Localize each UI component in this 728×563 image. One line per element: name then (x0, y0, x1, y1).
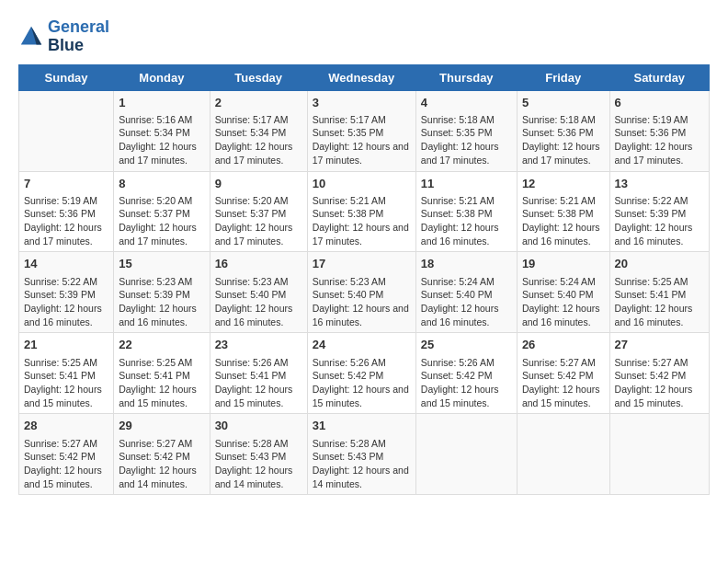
day-info: Sunrise: 5:17 AM Sunset: 5:34 PM Dayligh… (215, 113, 302, 167)
calendar-cell: 12Sunrise: 5:21 AM Sunset: 5:38 PM Dayli… (517, 171, 609, 252)
day-info: Sunrise: 5:25 AM Sunset: 5:41 PM Dayligh… (24, 356, 108, 410)
day-of-week-header: Monday (114, 64, 210, 90)
day-info: Sunrise: 5:28 AM Sunset: 5:43 PM Dayligh… (313, 437, 411, 491)
calendar-week-row: 28Sunrise: 5:27 AM Sunset: 5:42 PM Dayli… (19, 414, 710, 495)
calendar-cell (19, 90, 114, 171)
day-number: 1 (119, 95, 204, 111)
calendar-cell: 28Sunrise: 5:27 AM Sunset: 5:42 PM Dayli… (19, 414, 114, 495)
calendar-cell: 7Sunrise: 5:19 AM Sunset: 5:36 PM Daylig… (19, 171, 114, 252)
day-info: Sunrise: 5:21 AM Sunset: 5:38 PM Dayligh… (522, 194, 605, 248)
day-number: 13 (615, 176, 704, 192)
day-number: 7 (24, 176, 108, 192)
day-info: Sunrise: 5:21 AM Sunset: 5:38 PM Dayligh… (421, 194, 512, 248)
calendar-cell: 1Sunrise: 5:16 AM Sunset: 5:34 PM Daylig… (114, 90, 210, 171)
day-number: 30 (215, 418, 302, 434)
day-info: Sunrise: 5:20 AM Sunset: 5:37 PM Dayligh… (215, 194, 302, 248)
day-number: 14 (24, 256, 108, 272)
calendar-cell: 14Sunrise: 5:22 AM Sunset: 5:39 PM Dayli… (19, 252, 114, 333)
day-info: Sunrise: 5:19 AM Sunset: 5:36 PM Dayligh… (615, 113, 704, 167)
calendar-cell: 17Sunrise: 5:23 AM Sunset: 5:40 PM Dayli… (307, 252, 415, 333)
day-info: Sunrise: 5:19 AM Sunset: 5:36 PM Dayligh… (24, 194, 108, 248)
day-info: Sunrise: 5:18 AM Sunset: 5:36 PM Dayligh… (522, 113, 605, 167)
day-number: 9 (215, 176, 302, 192)
calendar-cell: 21Sunrise: 5:25 AM Sunset: 5:41 PM Dayli… (19, 333, 114, 414)
day-info: Sunrise: 5:20 AM Sunset: 5:37 PM Dayligh… (119, 194, 204, 248)
calendar-cell (415, 414, 517, 495)
day-of-week-header: Saturday (609, 64, 709, 90)
day-number: 31 (313, 418, 411, 434)
calendar-cell: 15Sunrise: 5:23 AM Sunset: 5:39 PM Dayli… (114, 252, 210, 333)
day-info: Sunrise: 5:23 AM Sunset: 5:39 PM Dayligh… (119, 275, 204, 329)
calendar-cell: 27Sunrise: 5:27 AM Sunset: 5:42 PM Dayli… (609, 333, 709, 414)
day-number: 19 (522, 256, 605, 272)
calendar-cell: 22Sunrise: 5:25 AM Sunset: 5:41 PM Dayli… (114, 333, 210, 414)
day-number: 11 (421, 176, 512, 192)
calendar-cell: 26Sunrise: 5:27 AM Sunset: 5:42 PM Dayli… (517, 333, 609, 414)
calendar-cell: 5Sunrise: 5:18 AM Sunset: 5:36 PM Daylig… (517, 90, 609, 171)
calendar-cell: 10Sunrise: 5:21 AM Sunset: 5:38 PM Dayli… (307, 171, 415, 252)
day-of-week-header: Wednesday (307, 64, 415, 90)
day-number: 8 (119, 176, 204, 192)
calendar-cell (517, 414, 609, 495)
day-number: 12 (522, 176, 605, 192)
calendar-cell: 16Sunrise: 5:23 AM Sunset: 5:40 PM Dayli… (210, 252, 307, 333)
day-number: 16 (215, 256, 302, 272)
day-info: Sunrise: 5:16 AM Sunset: 5:34 PM Dayligh… (119, 113, 204, 167)
day-number: 10 (313, 176, 411, 192)
day-info: Sunrise: 5:28 AM Sunset: 5:43 PM Dayligh… (215, 437, 302, 491)
logo-text: General Blue (48, 18, 109, 55)
day-number: 29 (119, 418, 204, 434)
day-number: 18 (421, 256, 512, 272)
day-info: Sunrise: 5:24 AM Sunset: 5:40 PM Dayligh… (522, 275, 605, 329)
calendar-table: SundayMondayTuesdayWednesdayThursdayFrid… (18, 64, 710, 496)
day-number: 4 (421, 95, 512, 111)
calendar-cell: 31Sunrise: 5:28 AM Sunset: 5:43 PM Dayli… (307, 414, 415, 495)
calendar-cell (609, 414, 709, 495)
day-info: Sunrise: 5:27 AM Sunset: 5:42 PM Dayligh… (119, 437, 204, 491)
day-number: 22 (119, 337, 204, 353)
day-info: Sunrise: 5:26 AM Sunset: 5:42 PM Dayligh… (421, 356, 512, 410)
calendar-cell: 25Sunrise: 5:26 AM Sunset: 5:42 PM Dayli… (415, 333, 517, 414)
calendar-cell: 4Sunrise: 5:18 AM Sunset: 5:35 PM Daylig… (415, 90, 517, 171)
calendar-cell: 19Sunrise: 5:24 AM Sunset: 5:40 PM Dayli… (517, 252, 609, 333)
day-number: 6 (615, 95, 704, 111)
day-info: Sunrise: 5:27 AM Sunset: 5:42 PM Dayligh… (615, 356, 704, 410)
calendar-cell: 9Sunrise: 5:20 AM Sunset: 5:37 PM Daylig… (210, 171, 307, 252)
day-info: Sunrise: 5:25 AM Sunset: 5:41 PM Dayligh… (119, 356, 204, 410)
day-info: Sunrise: 5:22 AM Sunset: 5:39 PM Dayligh… (615, 194, 704, 248)
day-number: 2 (215, 95, 302, 111)
calendar-cell: 6Sunrise: 5:19 AM Sunset: 5:36 PM Daylig… (609, 90, 709, 171)
day-info: Sunrise: 5:24 AM Sunset: 5:40 PM Dayligh… (421, 275, 512, 329)
day-info: Sunrise: 5:27 AM Sunset: 5:42 PM Dayligh… (522, 356, 605, 410)
day-number: 5 (522, 95, 605, 111)
day-info: Sunrise: 5:22 AM Sunset: 5:39 PM Dayligh… (24, 275, 108, 329)
day-of-week-header: Sunday (19, 64, 114, 90)
calendar-cell: 11Sunrise: 5:21 AM Sunset: 5:38 PM Dayli… (415, 171, 517, 252)
calendar-cell: 20Sunrise: 5:25 AM Sunset: 5:41 PM Dayli… (609, 252, 709, 333)
day-number: 26 (522, 337, 605, 353)
day-of-week-header: Thursday (415, 64, 517, 90)
logo: General Blue (18, 18, 109, 55)
day-info: Sunrise: 5:26 AM Sunset: 5:41 PM Dayligh… (215, 356, 302, 410)
calendar-cell: 24Sunrise: 5:26 AM Sunset: 5:42 PM Dayli… (307, 333, 415, 414)
day-number: 27 (615, 337, 704, 353)
day-number: 17 (313, 256, 411, 272)
calendar-cell: 3Sunrise: 5:17 AM Sunset: 5:35 PM Daylig… (307, 90, 415, 171)
page-header: General Blue (18, 18, 710, 55)
calendar-header-row: SundayMondayTuesdayWednesdayThursdayFrid… (19, 64, 710, 90)
calendar-cell: 18Sunrise: 5:24 AM Sunset: 5:40 PM Dayli… (415, 252, 517, 333)
calendar-week-row: 1Sunrise: 5:16 AM Sunset: 5:34 PM Daylig… (19, 90, 710, 171)
day-number: 15 (119, 256, 204, 272)
day-number: 25 (421, 337, 512, 353)
day-info: Sunrise: 5:23 AM Sunset: 5:40 PM Dayligh… (313, 275, 411, 329)
calendar-cell: 2Sunrise: 5:17 AM Sunset: 5:34 PM Daylig… (210, 90, 307, 171)
day-info: Sunrise: 5:21 AM Sunset: 5:38 PM Dayligh… (313, 194, 411, 248)
calendar-cell: 30Sunrise: 5:28 AM Sunset: 5:43 PM Dayli… (210, 414, 307, 495)
calendar-cell: 8Sunrise: 5:20 AM Sunset: 5:37 PM Daylig… (114, 171, 210, 252)
day-number: 23 (215, 337, 302, 353)
day-info: Sunrise: 5:25 AM Sunset: 5:41 PM Dayligh… (615, 275, 704, 329)
day-info: Sunrise: 5:17 AM Sunset: 5:35 PM Dayligh… (313, 113, 411, 167)
logo-icon (18, 24, 44, 50)
calendar-week-row: 7Sunrise: 5:19 AM Sunset: 5:36 PM Daylig… (19, 171, 710, 252)
calendar-cell: 13Sunrise: 5:22 AM Sunset: 5:39 PM Dayli… (609, 171, 709, 252)
